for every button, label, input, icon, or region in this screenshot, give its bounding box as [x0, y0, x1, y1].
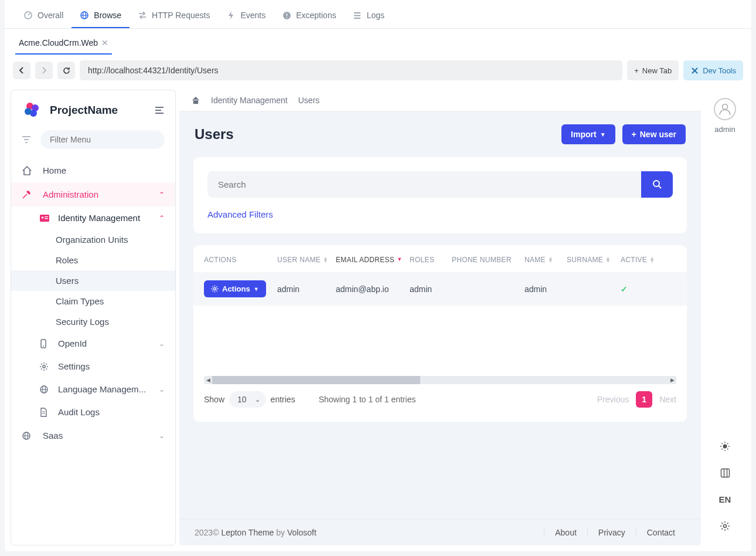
th-surname[interactable]: SURNAME▲▼: [567, 256, 621, 264]
sidebar-item-openid[interactable]: OpenId ⌄: [11, 332, 175, 355]
chevron-down-icon: ⌄: [159, 385, 165, 394]
new-tab-button[interactable]: + New Tab: [627, 60, 679, 80]
layout-icon[interactable]: [720, 468, 730, 478]
scroll-right-icon[interactable]: ▶: [668, 376, 676, 384]
th-name[interactable]: NAME▲▼: [525, 256, 567, 264]
settings-icon[interactable]: [720, 521, 730, 531]
plus-icon: +: [634, 66, 639, 75]
address-bar[interactable]: http://localhost:44321/Identity/Users: [80, 60, 622, 80]
sidebar-item-language-management[interactable]: Language Managem... ⌄: [11, 378, 175, 401]
scroll-left-icon[interactable]: ◀: [204, 376, 212, 384]
dev-tools-button[interactable]: Dev Tools: [683, 60, 743, 80]
pager-page-1[interactable]: 1: [636, 391, 652, 408]
footer-about-link[interactable]: About: [544, 528, 587, 537]
menu-label: Administration: [43, 189, 98, 199]
menu-label: Security Logs: [56, 317, 109, 327]
chevron-down-icon: ⌄: [159, 432, 165, 440]
theme-toggle-icon[interactable]: [720, 441, 730, 452]
tab-logs[interactable]: Logs: [345, 6, 393, 28]
svg-line-25: [659, 186, 661, 188]
th-label: NAME: [525, 256, 546, 264]
sidebar-item-administration[interactable]: Administration ⌃: [11, 182, 175, 206]
menu-label: OpenId: [58, 338, 87, 348]
button-label: Import: [571, 130, 597, 139]
tab-label: Browse: [94, 11, 121, 20]
brand-name: ProjectName: [50, 104, 118, 117]
svg-point-16: [43, 345, 44, 347]
sort-desc-icon: ▼: [397, 258, 402, 261]
advanced-filters-link[interactable]: Advanced Filters: [207, 209, 673, 219]
tab-browse[interactable]: Browse: [71, 6, 130, 28]
user-avatar[interactable]: [714, 98, 736, 120]
breadcrumb-users[interactable]: Users: [298, 96, 320, 105]
search-button[interactable]: [641, 171, 673, 198]
language-toggle[interactable]: EN: [719, 494, 731, 504]
footer-contact-link[interactable]: Contact: [636, 528, 686, 537]
svg-point-27: [723, 104, 728, 110]
sidebar-item-identity-management[interactable]: Identity Management ⌃: [11, 206, 175, 229]
pager-next[interactable]: Next: [659, 395, 676, 404]
scrollbar-thumb[interactable]: [212, 376, 420, 384]
th-phone[interactable]: PHONE NUMBER: [452, 256, 525, 264]
page-size-select[interactable]: 10 ⌄: [229, 391, 266, 408]
nav-refresh-button[interactable]: [57, 62, 75, 79]
svg-rect-15: [41, 340, 46, 348]
home-icon[interactable]: [191, 96, 200, 104]
th-email[interactable]: EMAIL ADDRESS▼: [336, 256, 410, 264]
page-title: Users: [195, 126, 234, 143]
footer-privacy-link[interactable]: Privacy: [587, 528, 636, 537]
sidebar-item-claim-types[interactable]: Claim Types: [11, 291, 175, 311]
new-user-button[interactable]: + New user: [622, 124, 686, 144]
globe-icon: [22, 431, 33, 440]
menu-label: Language Managem...: [58, 384, 146, 394]
sort-icon: ▲▼: [605, 257, 611, 263]
pager-previous[interactable]: Previous: [597, 395, 629, 404]
row-actions-button[interactable]: Actions ▼: [204, 280, 266, 297]
sidebar-item-organization-units[interactable]: Organization Units: [11, 229, 175, 250]
cell-name: admin: [525, 284, 567, 294]
tab-events[interactable]: Events: [218, 6, 274, 28]
entries-info: Showing 1 to 1 of 1 entries: [319, 395, 416, 404]
tab-overall[interactable]: Overall: [15, 6, 71, 28]
tab-http[interactable]: HTTP Requests: [130, 6, 218, 28]
menu-label: Home: [43, 165, 66, 175]
nav-forward-button[interactable]: [35, 62, 53, 79]
breadcrumb-identity[interactable]: Identity Management: [211, 96, 288, 105]
th-label: SURNAME: [567, 256, 603, 264]
import-button[interactable]: Import ▼: [561, 124, 615, 144]
menu-label: Audit Logs: [58, 407, 100, 417]
sidebar-toggle-icon[interactable]: [154, 106, 165, 114]
svg-rect-5: [287, 13, 287, 16]
chevron-up-icon: ⌃: [159, 191, 165, 199]
footer-by: by: [276, 528, 285, 537]
button-label: New user: [640, 130, 676, 139]
horizontal-scrollbar[interactable]: ◀ ▶: [204, 376, 676, 384]
sidebar-item-audit-logs[interactable]: Audit Logs: [11, 401, 175, 423]
project-tab[interactable]: Acme.CloudCrm.Web ✕: [15, 33, 112, 55]
svg-point-24: [653, 181, 659, 187]
filter-menu-input[interactable]: [40, 130, 165, 149]
svg-point-32: [724, 525, 727, 528]
svg-rect-29: [721, 469, 729, 477]
sidebar-item-home[interactable]: Home: [11, 158, 175, 182]
th-active[interactable]: ACTIVE▲▼: [621, 256, 656, 264]
globe-icon: [80, 11, 89, 20]
nav-back-button[interactable]: [13, 62, 30, 79]
show-label: Show: [204, 395, 224, 404]
footer-theme: Lepton Theme: [221, 528, 274, 537]
tab-exceptions[interactable]: Exceptions: [274, 6, 344, 28]
sidebar-item-security-logs[interactable]: Security Logs: [11, 311, 175, 332]
cell-roles: admin: [410, 284, 452, 294]
sidebar-item-saas[interactable]: Saas ⌄: [11, 423, 175, 447]
menu-label: Claim Types: [56, 296, 104, 306]
close-tab-icon[interactable]: ✕: [101, 38, 108, 48]
sidebar-item-users[interactable]: Users: [11, 270, 175, 291]
search-input[interactable]: [207, 171, 641, 198]
globe-icon: [39, 385, 50, 394]
th-user-name[interactable]: USER NAME▲▼: [277, 256, 336, 264]
table-row[interactable]: Actions ▼ admin admin@abp.io admin admin…: [193, 272, 687, 306]
sidebar-item-roles[interactable]: Roles: [11, 250, 175, 270]
th-actions: ACTIONS: [204, 256, 277, 264]
button-label: Actions: [222, 284, 250, 293]
sidebar-item-settings[interactable]: Settings: [11, 355, 175, 378]
